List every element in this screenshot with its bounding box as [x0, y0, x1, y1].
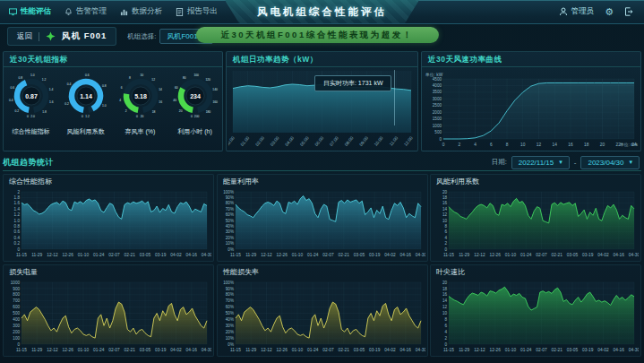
svg-text:0.6: 0.6 — [84, 73, 89, 77]
svg-text:90%: 90% — [226, 287, 234, 291]
svg-text:100%: 100% — [223, 190, 234, 194]
tip-speed-ratio-chart[interactable]: 0246810121416182011-1511-2912-1212-2601-… — [433, 279, 639, 354]
nav-data-analysis[interactable]: 数据分析 — [120, 6, 162, 17]
svg-text:03-19: 03-19 — [369, 253, 381, 257]
svg-text:01-10: 01-10 — [78, 348, 90, 352]
svg-text:03-05: 03-05 — [140, 253, 151, 257]
card-performance-loss: 性能损失率 0%10%20%30%40%50%60%70%80%90%100%1… — [217, 264, 428, 357]
svg-text:04-02: 04-02 — [384, 348, 396, 352]
svg-text:14: 14 — [553, 143, 558, 147]
nav-performance-evaluation[interactable]: 性能评估 — [9, 6, 51, 17]
svg-text:02-07: 02-07 — [322, 348, 334, 352]
svg-text:01-24: 01-24 — [93, 253, 105, 257]
panel-daily-power-trend: 机组日功率趋势（kW） 日实时功率: 1731 kW 00:0001:0002:… — [226, 51, 418, 151]
svg-text:16: 16 — [159, 100, 162, 104]
svg-text:12-12: 12-12 — [47, 348, 58, 352]
svg-text:02-07: 02-07 — [108, 348, 120, 352]
svg-text:0%: 0% — [228, 247, 234, 252]
nav-report-export[interactable]: 报告导出 — [176, 6, 218, 17]
toolbar: 返回 风机 F001 机组选择: 风机F001 ▾ 近30天机组F001综合性能… — [0, 23, 644, 49]
svg-text:1.0: 1.0 — [30, 73, 34, 77]
svg-text:2: 2 — [125, 109, 126, 113]
gauge-dial: 234020406080100120140160180200 — [170, 71, 220, 125]
svg-text:12-12: 12-12 — [47, 253, 58, 257]
svg-text:11-29: 11-29 — [459, 348, 469, 352]
svg-text:1.8: 1.8 — [42, 110, 47, 114]
wind-coefficient-chart[interactable]: 0246810121416182011-1511-2912-1212-2601-… — [433, 188, 639, 259]
svg-text:6: 6 — [490, 143, 493, 147]
svg-text:1.0: 1.0 — [102, 104, 107, 108]
svg-text:120: 120 — [205, 78, 210, 82]
svg-text:04-02: 04-02 — [384, 253, 396, 257]
svg-text:04-02: 04-02 — [597, 348, 609, 352]
back-button[interactable]: 返回 — [17, 31, 32, 42]
logout-icon[interactable] — [624, 7, 633, 16]
svg-text:18: 18 — [442, 287, 448, 291]
svg-text:0.6: 0.6 — [10, 86, 14, 90]
svg-text:11-29: 11-29 — [31, 348, 42, 352]
svg-text:04-30: 04-30 — [416, 253, 425, 257]
svg-text:20: 20 — [442, 281, 448, 285]
svg-text:12: 12 — [442, 305, 448, 309]
svg-text:10: 10 — [520, 143, 526, 147]
svg-text:50%: 50% — [226, 219, 234, 223]
username: 管理员 — [571, 6, 595, 17]
user-menu[interactable]: 管理员 — [559, 6, 595, 17]
nav-alarm-management[interactable]: 告警管理 — [64, 6, 107, 17]
svg-text:10: 10 — [442, 219, 448, 223]
gear-icon[interactable]: ⚙ — [605, 7, 614, 17]
svg-text:1.6: 1.6 — [48, 100, 53, 104]
svg-text:8: 8 — [128, 76, 130, 80]
svg-text:300: 300 — [13, 324, 20, 328]
svg-text:100%: 100% — [223, 281, 234, 285]
main-nav: 性能评估 告警管理 数据分析 报告导出 — [9, 6, 218, 17]
svg-text:03-19: 03-19 — [582, 348, 594, 352]
svg-text:6: 6 — [444, 229, 447, 234]
date-to-select[interactable]: 2023/04/30 ▾ — [580, 156, 640, 169]
svg-text:6: 6 — [120, 86, 122, 90]
svg-text:18: 18 — [442, 195, 448, 200]
monitor-icon — [9, 8, 17, 16]
svg-text:01-10: 01-10 — [505, 348, 517, 352]
svg-text:5.18: 5.18 — [134, 93, 147, 99]
chart-tooltip: 日实时功率: 1731 kW — [314, 75, 392, 91]
svg-text:02-21: 02-21 — [552, 348, 563, 352]
panel-title: 近30天风速功率曲线 — [422, 52, 640, 67]
svg-text:02-07: 02-07 — [108, 253, 120, 257]
performance-loss-chart[interactable]: 0%10%20%30%40%50%60%70%80%90%100%11-1511… — [219, 279, 425, 354]
svg-text:40%: 40% — [226, 224, 234, 229]
bar-chart-icon — [120, 8, 128, 16]
svg-text:12-12: 12-12 — [474, 253, 485, 257]
date-from-select[interactable]: 2022/11/15 ▾ — [511, 156, 570, 169]
svg-text:04-16: 04-16 — [186, 348, 198, 352]
performance-index-chart[interactable]: 00.20.40.60.81.01.21.41.61.8211-1511-291… — [5, 188, 211, 259]
svg-text:60: 60 — [174, 86, 177, 90]
svg-text:40: 40 — [173, 99, 176, 102]
svg-text:04-30: 04-30 — [629, 348, 639, 352]
svg-text:01:00: 01:00 — [240, 135, 251, 147]
svg-text:4: 4 — [444, 236, 447, 240]
svg-text:11-29: 11-29 — [245, 348, 256, 352]
nav-label: 报告导出 — [187, 6, 218, 17]
svg-text:2.0: 2.0 — [30, 115, 35, 118]
svg-text:1.2: 1.2 — [85, 115, 90, 118]
svg-text:14: 14 — [159, 88, 162, 91]
svg-text:03-19: 03-19 — [155, 348, 167, 352]
svg-text:06:00: 06:00 — [314, 135, 325, 147]
energy-utilization-chart[interactable]: 0%10%20%30%40%50%60%70%80%90%100%11-1511… — [219, 188, 425, 259]
power-curve-chart[interactable]: 0500100015002000250030003500400045000246… — [424, 68, 639, 149]
svg-text:11-29: 11-29 — [459, 253, 469, 257]
lost-power-chart[interactable]: 0100200300400500600700800900100011-1511-… — [5, 279, 211, 354]
dashboard-root: 性能评估 告警管理 数据分析 报告导出 风电机组综合性能评估 管理员 ⚙ — [0, 0, 644, 363]
svg-text:700: 700 — [13, 298, 20, 303]
svg-text:160: 160 — [212, 100, 218, 104]
trend-section-header: 机组趋势统计 日期: 2022/11/15 ▾ - 2023/04/30 ▾ — [3, 154, 641, 171]
svg-text:2500: 2500 — [433, 103, 442, 108]
svg-text:12-12: 12-12 — [261, 253, 272, 257]
gauge-label: 综合性能指标 — [13, 127, 50, 136]
svg-text:200: 200 — [193, 115, 199, 118]
svg-text:04-02: 04-02 — [597, 253, 609, 257]
svg-text:6: 6 — [444, 324, 447, 328]
svg-text:1.8: 1.8 — [14, 195, 21, 200]
svg-text:1.2: 1.2 — [41, 78, 46, 82]
